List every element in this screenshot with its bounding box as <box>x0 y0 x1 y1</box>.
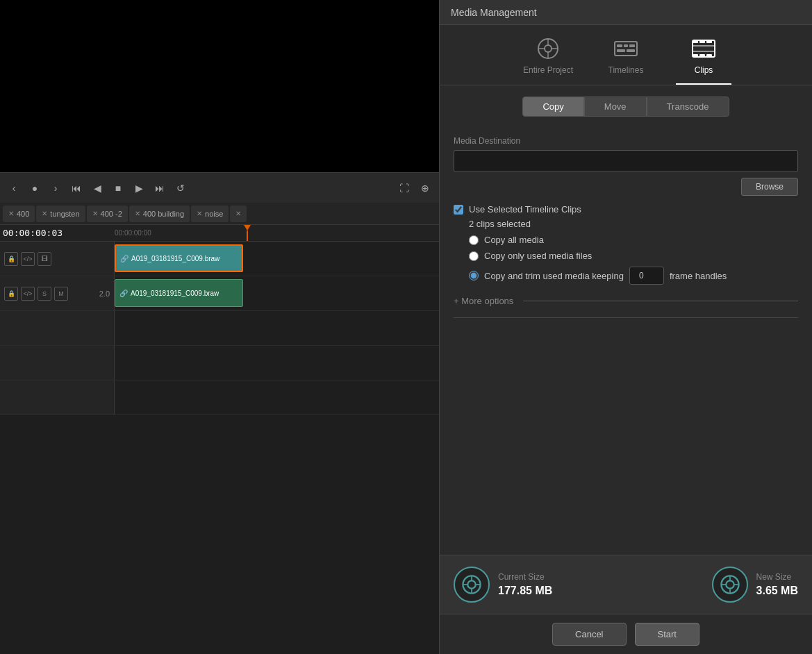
more-options[interactable]: + More options <box>454 296 798 318</box>
media-destination-input[interactable] <box>454 150 798 172</box>
clips-selected-info: 2 clips selected <box>469 219 798 229</box>
copy-trim-radio[interactable] <box>469 271 479 280</box>
nav-back-btn[interactable]: ‹ <box>6 180 22 196</box>
fullscreen-btn[interactable]: ⛶ <box>396 180 413 196</box>
copy-all-radio[interactable] <box>469 235 479 245</box>
film-btn[interactable]: 🎞 <box>38 252 51 266</box>
current-size-logo <box>454 567 490 603</box>
use-selected-label[interactable]: Use Selected Timeline Clips <box>469 204 581 215</box>
svg-rect-7 <box>617 44 622 47</box>
cancel-button[interactable]: Cancel <box>552 623 626 646</box>
panel-content: Media Destination Browse Use Selected Ti… <box>440 128 812 555</box>
op-tab-copy[interactable]: Copy <box>522 97 583 117</box>
svg-rect-6 <box>615 42 637 56</box>
use-selected-row: Use Selected Timeline Clips <box>454 204 798 215</box>
video-track-area: 🔗 A019_03181915_C009.braw <box>115 242 439 276</box>
tab-noise[interactable]: ✕ noise <box>191 206 229 222</box>
scope-tab-entire-project[interactable]: Entire Project <box>520 36 576 85</box>
timelines-icon <box>612 36 640 61</box>
new-size-item: New Size 3.65 MB <box>712 567 798 603</box>
tab-400[interactable]: ✕ 400 <box>3 206 35 222</box>
video-preview <box>0 0 439 172</box>
start-button[interactable]: Start <box>635 623 699 646</box>
clip-nav-btn[interactable]: ⊕ <box>417 180 433 196</box>
svg-rect-10 <box>617 49 625 52</box>
new-size-text: New Size 3.65 MB <box>756 572 798 597</box>
size-panel: Current Size 177.85 MB New Size 3.65 MB <box>440 555 812 614</box>
current-size-text: Current Size 177.85 MB <box>498 572 552 597</box>
audio-edit-btn[interactable]: </> <box>21 287 35 301</box>
video-clip[interactable]: 🔗 A019_03181915_C009.braw <box>115 244 243 272</box>
svg-rect-18 <box>706 54 712 57</box>
copy-trim-label[interactable]: Copy and trim used media keeping <box>484 271 624 281</box>
svg-rect-17 <box>699 54 705 57</box>
svg-rect-14 <box>699 40 705 43</box>
use-selected-checkbox[interactable] <box>454 205 463 215</box>
scope-tab-timelines[interactable]: Timelines <box>598 36 654 85</box>
browse-row: Browse <box>454 178 798 196</box>
clips-icon <box>690 36 718 61</box>
timecode-display: 00:00:00:03 <box>3 228 63 238</box>
audio-track-area: 🔗 A019_03181915_C009.braw <box>115 276 439 310</box>
tab-400-building[interactable]: ✕ 400 building <box>129 206 190 222</box>
tab-extra[interactable]: ✕ <box>230 206 247 222</box>
svg-point-28 <box>726 580 734 588</box>
empty-header-1 <box>0 311 115 345</box>
nav-fwd-btn[interactable]: › <box>47 180 64 196</box>
copy-trim-row: Copy and trim used media keeping frame h… <box>469 267 798 285</box>
audio-lock-btn[interactable]: 🔒 <box>4 287 18 301</box>
tab-400-2[interactable]: ✕ 400 -2 <box>87 206 128 222</box>
audio-clip-name: A019_03181915_C009.braw <box>131 290 219 297</box>
stop-btn[interactable]: ■ <box>110 180 126 196</box>
nav-dot-btn[interactable]: ● <box>26 180 43 196</box>
copy-used-radio[interactable] <box>469 251 479 261</box>
copy-all-label[interactable]: Copy all media <box>484 235 544 245</box>
audio-track-row: 🔒 </> S M 2.0 🔗 A019_03181915_C009.braw <box>0 276 439 311</box>
loop-btn[interactable]: ↺ <box>172 180 189 196</box>
op-tab-move[interactable]: Move <box>584 97 647 117</box>
svg-rect-8 <box>624 44 628 47</box>
lock-btn[interactable]: 🔒 <box>4 252 18 266</box>
copy-all-row: Copy all media <box>469 235 798 245</box>
op-tab-transcode[interactable]: Transcode <box>647 97 729 117</box>
m-btn[interactable]: M <box>54 287 68 301</box>
empty-area-2 <box>115 346 439 380</box>
svg-rect-9 <box>629 44 635 47</box>
close-icon[interactable]: ✕ <box>135 210 140 217</box>
close-icon[interactable]: ✕ <box>92 210 98 217</box>
browse-btn[interactable]: Browse <box>741 178 798 196</box>
svg-rect-13 <box>693 40 698 43</box>
audio-clip[interactable]: 🔗 A019_03181915_C009.braw <box>115 279 243 307</box>
empty-track-2 <box>0 346 439 380</box>
copy-used-label[interactable]: Copy only used media files <box>484 251 592 261</box>
link-icon: 🔗 <box>119 290 128 297</box>
close-icon[interactable]: ✕ <box>197 210 202 217</box>
tab-tungsten[interactable]: ✕ tungsten <box>36 206 85 222</box>
play-btn[interactable]: ▶ <box>131 180 147 196</box>
scope-tabs: Entire Project Timelines <box>440 25 812 85</box>
close-icon[interactable]: ✕ <box>235 210 241 217</box>
video-track-header: 🔒 </> 🎞 <box>0 242 115 276</box>
empty-header-2 <box>0 346 115 380</box>
copy-options-group: Copy all media Copy only used media file… <box>469 235 798 285</box>
media-management-panel: Media Management Entire Project <box>439 0 812 654</box>
track-number: 2.0 <box>99 290 110 298</box>
empty-header-3 <box>0 380 115 414</box>
link-icon: 🔗 <box>120 255 129 262</box>
empty-track-3 <box>0 380 439 415</box>
frame-handles-input[interactable] <box>629 267 664 285</box>
svg-rect-15 <box>706 40 712 43</box>
project-icon <box>534 36 562 61</box>
svg-rect-16 <box>693 54 698 57</box>
skip-end-btn[interactable]: ⏭ <box>151 180 168 196</box>
svg-point-1 <box>545 45 552 52</box>
scope-tab-clips[interactable]: Clips <box>676 36 731 85</box>
current-size-label: Current Size <box>498 572 552 582</box>
skip-start-btn[interactable]: ⏮ <box>68 180 85 196</box>
close-icon[interactable]: ✕ <box>42 210 47 217</box>
step-back-btn[interactable]: ◀ <box>89 180 106 196</box>
edit-mode-btn[interactable]: </> <box>21 252 35 266</box>
s-btn[interactable]: S <box>38 287 51 301</box>
new-size-value: 3.65 MB <box>756 585 798 597</box>
close-icon[interactable]: ✕ <box>8 210 14 217</box>
